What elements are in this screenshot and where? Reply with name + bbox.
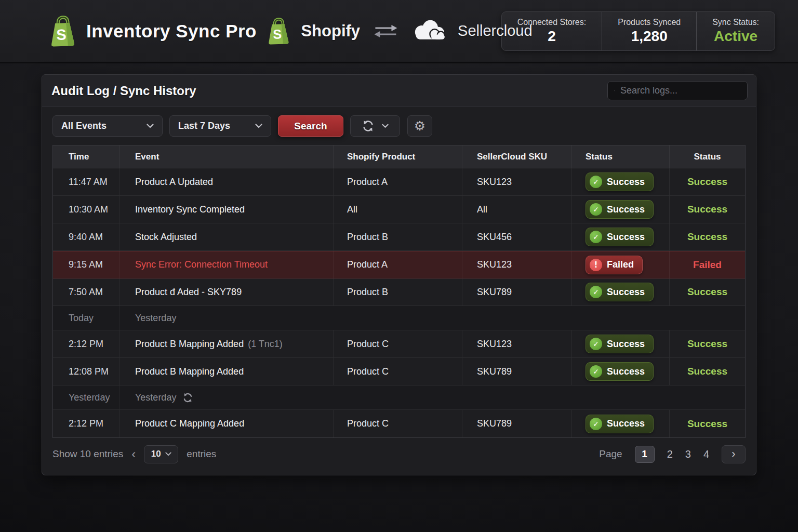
status-badge: ✓Success: [586, 283, 654, 301]
status-badge: ✓Success: [586, 335, 654, 353]
col-header-time: Time: [53, 145, 119, 168]
status-text: Success: [687, 418, 727, 430]
cell-event: Product A Updated: [135, 177, 213, 188]
badge-label: Success: [607, 287, 645, 298]
alert-icon: !: [590, 259, 602, 271]
status-badge: ✓Success: [586, 228, 654, 246]
cell-sku: SKU123: [477, 177, 512, 188]
status-badge: Active: [714, 28, 757, 45]
cell-sku: SKU789: [477, 418, 512, 429]
check-icon: ✓: [590, 286, 602, 298]
event-filter-value: All Events: [61, 121, 107, 131]
badge-label: Success: [607, 232, 645, 243]
shopify-bag-icon: S: [265, 17, 291, 46]
log-search-box[interactable]: [607, 81, 748, 100]
cell-event: Product đ Aded - SKY789: [135, 287, 242, 298]
svg-text:S: S: [273, 26, 282, 42]
entries-label: entries: [187, 448, 216, 460]
cell-event: Inventory Sync Completed: [135, 204, 245, 215]
separator-label: Yesterday: [135, 392, 176, 403]
event-filter-select[interactable]: All Events: [52, 115, 163, 137]
page-button-4[interactable]: 4: [703, 448, 709, 460]
table-row: 2:12 PM Product C Mapping Added Product …: [53, 410, 745, 437]
search-button[interactable]: Search: [278, 115, 343, 137]
show-entries-label: Show 10 entries: [52, 448, 123, 460]
page-button-1[interactable]: 1: [635, 446, 655, 463]
status-text: Success: [687, 204, 727, 215]
col-header-status2: Status: [670, 145, 745, 168]
cell-time: 2:12 PM: [69, 339, 103, 350]
status-badge: ✓Success: [586, 415, 654, 433]
cell-time: 12:08 PM: [69, 366, 109, 377]
sellercloud-label: Sellercloud: [458, 22, 532, 39]
cell-product: Product A: [347, 177, 388, 188]
stat-products-synced: Products Synced 1,280: [602, 12, 696, 50]
cell-sku: SKU456: [477, 232, 512, 243]
table-footer: Show 10 entries ‹ 10 entries Page 1 2 3 …: [52, 438, 746, 470]
cell-event: Product B Mapping Added: [135, 339, 244, 350]
status-text: Success: [687, 176, 727, 188]
app-title: Inventory Sync Pro: [86, 21, 257, 42]
table-row: 7:50 AM Product đ Aded - SKY789 Product …: [53, 278, 745, 306]
status-badge: ✓Success: [586, 362, 654, 381]
chevron-right-icon: ›: [732, 447, 735, 461]
separator-time-label: Today: [69, 313, 94, 324]
cell-sku: SKU123: [477, 339, 512, 350]
cell-time: 9:15 AM: [69, 259, 103, 270]
badge-label: Success: [607, 366, 645, 377]
badge-label: Success: [607, 177, 645, 188]
col-header-product: Shopify Product: [334, 145, 462, 168]
app-logo-group: S Inventory Sync Pro: [48, 15, 257, 47]
audit-log-table: Time Event Shopify Product SellerCloud S…: [52, 145, 746, 438]
date-filter-select[interactable]: Last 7 Days: [169, 115, 271, 137]
stat-sync-status: Sync Status: Active: [696, 12, 775, 50]
col-header-event: Event: [119, 145, 334, 168]
table-row: 10:30 AM Inventory Sync Completed All Al…: [53, 196, 745, 223]
cell-event-error: Sync Error: Connection Timeout: [135, 259, 268, 270]
table-row-failed: 9:15 AM Sync Error: Connection Timeout P…: [53, 251, 745, 278]
status-text: Success: [687, 231, 727, 243]
shopify-label: Shopify: [301, 22, 360, 41]
col-header-status: Status: [572, 145, 670, 168]
cell-event: Product C Mapping Added: [135, 418, 244, 429]
separator-time-label: Yesterday: [69, 392, 110, 403]
page-button-3[interactable]: 3: [685, 448, 691, 460]
status-text: Failed: [693, 259, 722, 271]
check-icon: ✓: [590, 231, 602, 243]
header-stats: Connected Stores: 2 Products Synced 1,28…: [501, 11, 775, 51]
cell-time: 11:47 AM: [69, 177, 108, 188]
audit-log-panel: Audit Log / Sync History All Events Last…: [42, 74, 756, 475]
sync-arrows-icon: [374, 23, 397, 39]
chevron-left-icon[interactable]: ‹: [131, 448, 136, 460]
panel-header: Audit Log / Sync History: [42, 75, 756, 107]
date-filter-value: Last 7 Days: [178, 121, 230, 131]
page-button-2[interactable]: 2: [667, 448, 673, 460]
stat-label: Products Synced: [618, 18, 681, 27]
chevron-down-icon: [255, 124, 262, 128]
page-size-select[interactable]: 10: [144, 445, 178, 463]
table-header-row: Time Event Shopify Product SellerCloud S…: [53, 145, 745, 168]
cell-sku: SKU123: [477, 259, 512, 270]
refresh-icon: [182, 392, 193, 403]
stat-label: Sync Status:: [712, 18, 759, 27]
status-text: Success: [687, 366, 727, 377]
status-badge: ✓Success: [586, 200, 654, 219]
cell-time: 2:12 PM: [69, 418, 103, 429]
cell-product: Product C: [347, 366, 389, 377]
app-logo-shopify-bag-icon: S: [47, 15, 77, 48]
table-row: 12:08 PM Product B Mapping Added Product…: [53, 358, 745, 385]
table-row: 9:40 AM Stock Adjusted Product B SKU456 …: [53, 223, 745, 251]
chevron-down-icon: [165, 452, 171, 456]
page-label: Page: [599, 448, 622, 460]
search-input[interactable]: [620, 85, 741, 96]
settings-button[interactable]: ⚙: [407, 115, 432, 137]
check-icon: ✓: [590, 176, 602, 188]
next-page-button[interactable]: ›: [722, 445, 746, 463]
cell-product: Product B: [347, 232, 388, 243]
svg-text:S: S: [56, 26, 66, 43]
sellercloud-cloud-icon: [411, 20, 447, 43]
cell-sku: All: [477, 204, 487, 215]
status-text: Success: [687, 338, 727, 350]
refresh-button[interactable]: [350, 115, 400, 137]
page-size-value: 10: [151, 449, 161, 459]
